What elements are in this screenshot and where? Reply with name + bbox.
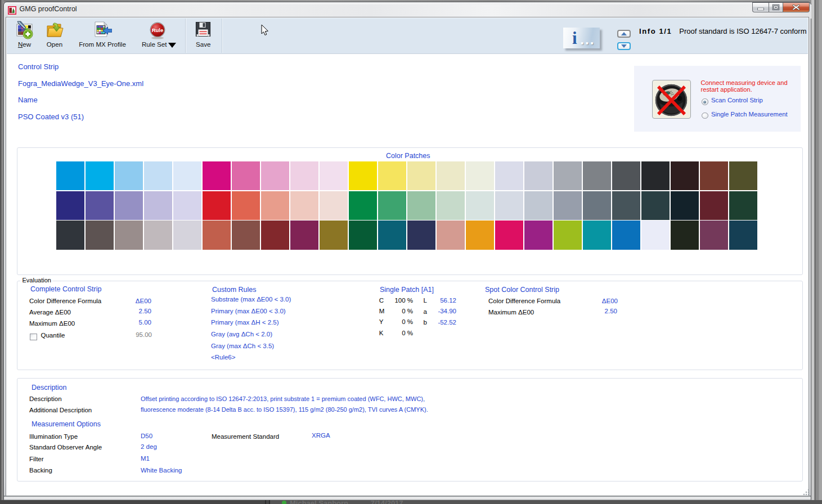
- svg-text:Rule: Rule: [152, 27, 164, 33]
